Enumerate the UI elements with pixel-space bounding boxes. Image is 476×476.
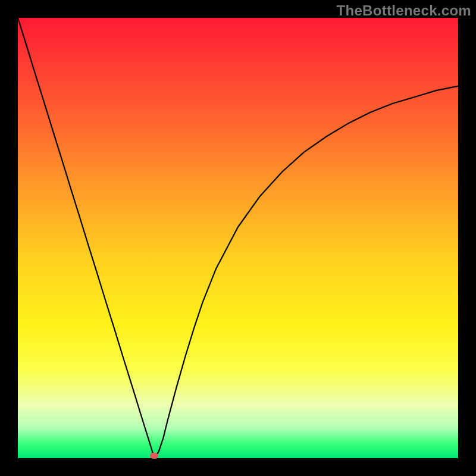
- plot-area: [18, 18, 458, 458]
- chart-frame: TheBottleneck.com: [0, 0, 476, 476]
- optimal-point-marker: [150, 453, 158, 459]
- watermark-text: TheBottleneck.com: [337, 2, 471, 19]
- bottleneck-curve: [18, 18, 458, 458]
